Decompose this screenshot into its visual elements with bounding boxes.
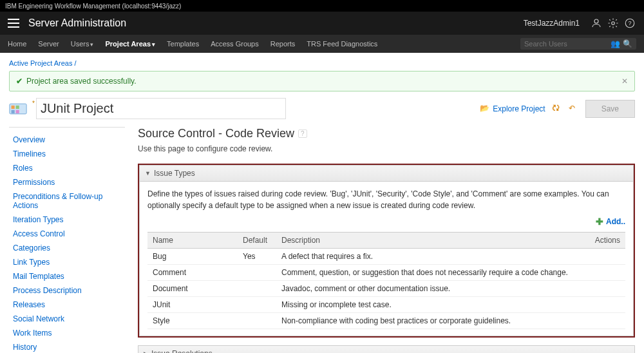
table-row[interactable]: DocumentJavadoc, comment or other docume… — [147, 281, 625, 297]
save-button[interactable]: Save — [585, 100, 635, 118]
issue-types-section: ▼ Issue Types Define the types of issues… — [138, 164, 635, 338]
project-row: * JUnit Project 📂 Explore Project 🗘 ↶ Sa… — [9, 98, 635, 119]
sidebar-timelines[interactable]: Timelines — [9, 147, 125, 161]
page-description: Use this page to configure code review. — [138, 144, 635, 153]
col-description: Description — [276, 233, 587, 249]
header-title: Server Administration — [28, 17, 524, 29]
sidebar-releases[interactable]: Releases — [9, 298, 125, 312]
sidebar-social-network[interactable]: Social Network — [9, 312, 125, 326]
issue-types-table: Name Default Description Actions BugYesA… — [147, 232, 625, 329]
issue-types-description: Define the types of issues raised during… — [147, 188, 625, 211]
menu-reports[interactable]: Reports — [270, 40, 296, 48]
help-icon[interactable]: ? — [623, 17, 636, 30]
svg-rect-5 — [12, 105, 15, 108]
sidebar: Overview Timelines Roles Permissions Pre… — [9, 127, 125, 353]
add-issue-type-link[interactable]: ✚ Add.. — [596, 216, 625, 227]
undo-icon[interactable]: ↶ — [569, 104, 579, 114]
breadcrumb-link[interactable]: Active Project Areas — [9, 59, 72, 67]
chevron-down-icon: ▼ — [145, 170, 151, 176]
menu-access-groups[interactable]: Access Groups — [211, 40, 259, 48]
explore-icon: 📂 — [480, 104, 490, 114]
table-row[interactable]: CommentComment, question, or suggestion … — [147, 265, 625, 281]
sidebar-history[interactable]: History — [9, 340, 125, 353]
header: Server Administration TestJazzAdmin1 ? — [0, 12, 644, 35]
sidebar-overview[interactable]: Overview — [9, 133, 125, 147]
plus-icon: ✚ — [596, 216, 603, 227]
table-row[interactable]: StyleNon-compliance with coding best pra… — [147, 313, 625, 329]
sidebar-access-control[interactable]: Access Control — [9, 227, 125, 241]
svg-rect-6 — [16, 105, 19, 108]
svg-point-0 — [594, 19, 598, 23]
chevron-right-icon: ▶ — [144, 350, 148, 353]
menu-users[interactable]: Users▾ — [71, 40, 94, 48]
user-icon[interactable] — [590, 17, 603, 30]
success-message: ✔ Project area saved successfully. ✕ — [9, 71, 635, 91]
search-box: 👥 🔍 — [520, 38, 636, 50]
table-row[interactable]: BugYesA defect that requires a fix. — [147, 249, 625, 265]
close-icon[interactable]: ✕ — [621, 77, 628, 86]
sidebar-roles[interactable]: Roles — [9, 161, 125, 175]
project-icon — [9, 101, 27, 117]
main-panel: Source Control - Code Review ? Use this … — [138, 127, 635, 353]
sidebar-mail-templates[interactable]: Mail Templates — [9, 269, 125, 283]
issue-types-header[interactable]: ▼ Issue Types — [139, 165, 634, 182]
sidebar-preconditions[interactable]: Preconditions & Follow-up Actions — [9, 189, 125, 213]
menu-home[interactable]: Home — [8, 40, 26, 48]
table-row[interactable]: JUnitMissing or incomplete test case. — [147, 297, 625, 313]
sidebar-process-description[interactable]: Process Description — [9, 283, 125, 298]
gear-icon[interactable] — [607, 17, 620, 30]
sidebar-categories[interactable]: Categories — [9, 241, 125, 255]
header-user: TestJazzAdmin1 — [524, 19, 580, 28]
help-icon[interactable]: ? — [298, 129, 307, 138]
sidebar-work-items[interactable]: Work Items — [9, 326, 125, 340]
sidebar-iteration-types[interactable]: Iteration Types — [9, 213, 125, 227]
users-filter-icon[interactable]: 👥 — [611, 39, 620, 48]
breadcrumb: Active Project Areas / — [9, 59, 635, 67]
menu-icon[interactable] — [8, 19, 19, 28]
menu-templates[interactable]: Templates — [167, 40, 199, 48]
search-input[interactable] — [524, 40, 608, 48]
sidebar-permissions[interactable]: Permissions — [9, 175, 125, 189]
topbar-text: IBM Engineering Workflow Management (loc… — [5, 3, 181, 10]
explore-project-link[interactable]: 📂 Explore Project — [480, 104, 545, 114]
dirty-marker: * — [32, 100, 35, 107]
menu-project-areas[interactable]: Project Areas▾ — [105, 40, 155, 48]
menu-server[interactable]: Server — [38, 40, 59, 48]
col-default: Default — [238, 233, 276, 249]
page-title: Source Control - Code Review ? — [138, 127, 635, 140]
topbar: IBM Engineering Workflow Management (loc… — [0, 0, 644, 12]
menubar: Home Server Users▾ Project Areas▾ Templa… — [0, 35, 644, 53]
svg-text:?: ? — [628, 20, 631, 26]
svg-point-1 — [612, 22, 615, 25]
svg-rect-8 — [16, 110, 19, 113]
sidebar-link-types[interactable]: Link Types — [9, 255, 125, 269]
refresh-icon[interactable]: 🗘 — [552, 104, 562, 114]
search-icon[interactable]: 🔍 — [623, 39, 632, 48]
success-text: Project area saved successfully. — [26, 77, 621, 86]
col-name: Name — [147, 233, 238, 249]
check-icon: ✔ — [16, 77, 23, 86]
col-actions: Actions — [587, 233, 625, 249]
issue-resolutions-header[interactable]: ▶ Issue Resolutions — [138, 345, 635, 353]
svg-rect-7 — [12, 110, 15, 113]
project-title[interactable]: JUnit Project — [36, 98, 286, 119]
chevron-down-icon: ▾ — [90, 41, 93, 48]
menu-trs[interactable]: TRS Feed Diagnostics — [307, 40, 377, 48]
chevron-down-icon: ▾ — [152, 41, 155, 48]
